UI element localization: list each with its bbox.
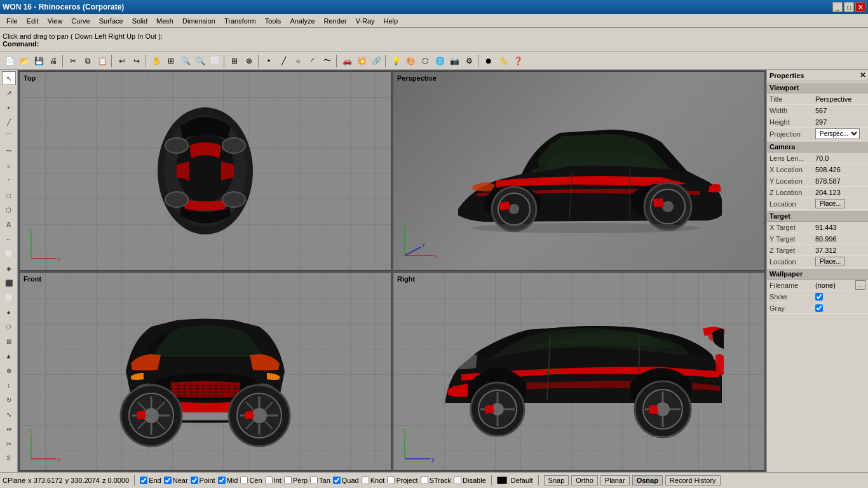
snap-point[interactable]: Point <box>191 477 215 484</box>
tb-help-btn[interactable]: ❓ <box>511 54 525 68</box>
menu-render[interactable]: Render <box>320 16 351 26</box>
snap-tan[interactable]: Tan <box>310 477 330 484</box>
lt-polygon[interactable]: ⬡ <box>2 203 16 217</box>
tb-curve[interactable]: 〜 <box>320 54 334 68</box>
prop-target-place-btn[interactable]: Place... <box>815 257 845 266</box>
tb-line[interactable]: ╱ <box>276 54 290 68</box>
lt-select[interactable]: ↖ <box>2 71 16 85</box>
snap-quad[interactable]: Quad <box>333 477 359 484</box>
prop-show-checkbox[interactable] <box>815 293 823 301</box>
btn-record-history[interactable]: Record History <box>665 475 721 485</box>
lt-nurbs[interactable]: ◈ <box>2 261 16 275</box>
snap-cen[interactable]: Cen <box>240 477 262 484</box>
viewport-perspective[interactable]: Perspective <box>393 71 765 271</box>
tb-render[interactable]: 🎨 <box>403 54 417 68</box>
prop-projection-dropdown[interactable]: Perspec... Parallel <box>815 128 860 139</box>
prop-filename-browse-btn[interactable]: ... <box>855 280 865 290</box>
lt-dimension[interactable]: ↔ <box>2 232 16 246</box>
tb-paste[interactable]: 📋 <box>95 54 109 68</box>
tb-save[interactable]: 💾 <box>32 54 46 68</box>
lt-arc[interactable]: ◜ <box>2 173 16 187</box>
lt-mirror[interactable]: ⇔ <box>2 422 16 436</box>
menu-help[interactable]: Help <box>380 16 402 26</box>
prop-gray-checkbox[interactable] <box>815 304 823 312</box>
tb-arc[interactable]: ◜ <box>306 54 320 68</box>
minimize-btn[interactable]: _ <box>832 2 843 12</box>
snap-mid[interactable]: Mid <box>218 477 238 484</box>
menu-mesh[interactable]: Mesh <box>153 16 177 26</box>
lt-transform[interactable]: ↕ <box>2 378 16 392</box>
lt-surface[interactable]: ⬜ <box>2 247 16 261</box>
btn-snap[interactable]: Snap <box>544 475 569 485</box>
menu-transform[interactable]: Transform <box>220 16 260 26</box>
lt-rotate[interactable]: ↻ <box>2 393 16 407</box>
lt-boolean[interactable]: ⊕ <box>2 363 16 377</box>
tb-light[interactable]: 💡 <box>389 54 403 68</box>
tb-measure[interactable]: 📏 <box>496 54 510 68</box>
lt-polyline[interactable]: ⌒ <box>2 130 16 144</box>
snap-disable[interactable]: Disable <box>454 477 486 484</box>
menu-vray[interactable]: V-Ray <box>352 16 379 26</box>
snap-point-checkbox[interactable] <box>191 477 198 484</box>
tb-join[interactable]: 🔗 <box>369 54 383 68</box>
tb-render2[interactable]: 🌐 <box>433 54 447 68</box>
snap-near-checkbox[interactable] <box>164 477 172 484</box>
tb-car-icon[interactable]: 🚗 <box>340 54 354 68</box>
lt-circle[interactable]: ○ <box>2 159 16 173</box>
lt-line[interactable]: ╱ <box>2 115 16 129</box>
lt-extrude[interactable]: ▲ <box>2 349 16 363</box>
lt-split[interactable]: ⧖ <box>2 451 16 465</box>
menu-tools[interactable]: Tools <box>261 16 285 26</box>
snap-strack[interactable]: STrack <box>421 477 451 484</box>
tb-point[interactable]: • <box>262 54 276 68</box>
snap-knot-checkbox[interactable] <box>362 477 369 484</box>
snap-end[interactable]: End <box>140 477 161 484</box>
menu-solid[interactable]: Solid <box>128 16 151 26</box>
tb-copy[interactable]: ⧉ <box>81 54 95 68</box>
lt-solid[interactable]: ⬛ <box>2 276 16 290</box>
btn-osnap[interactable]: Osnap <box>632 475 663 485</box>
prop-camera-place-btn[interactable]: Place... <box>815 199 845 208</box>
close-btn[interactable]: ✕ <box>855 2 865 12</box>
btn-planar[interactable]: Planar <box>600 475 630 485</box>
tb-explode[interactable]: 💥 <box>355 54 369 68</box>
lt-cylinder[interactable]: ⬭ <box>2 320 16 334</box>
menu-curve[interactable]: Curve <box>67 16 93 26</box>
lt-mesh[interactable]: ⊞ <box>2 334 16 348</box>
btn-ortho[interactable]: Ortho <box>571 475 598 485</box>
tb-snap[interactable]: ⊕ <box>242 54 256 68</box>
tb-zoom-window[interactable]: ⬜ <box>208 54 222 68</box>
cmd-input[interactable]: Command: <box>3 40 865 48</box>
maximize-btn[interactable]: □ <box>844 2 854 12</box>
lt-point[interactable]: • <box>2 100 16 114</box>
snap-cen-checkbox[interactable] <box>240 477 248 484</box>
tb-pan[interactable]: ✋ <box>149 54 163 68</box>
tb-circle[interactable]: ○ <box>291 54 305 68</box>
viewport-front[interactable]: Front <box>19 272 391 471</box>
menu-analyze[interactable]: Analyze <box>286 16 318 26</box>
tb-material[interactable]: ⬡ <box>418 54 432 68</box>
snap-int-checkbox[interactable] <box>265 477 273 484</box>
tb-redo[interactable]: ↪ <box>130 54 144 68</box>
tb-open[interactable]: 📂 <box>17 54 31 68</box>
tb-cut[interactable]: ✂ <box>66 54 80 68</box>
snap-int[interactable]: Int <box>265 477 281 484</box>
snap-near[interactable]: Near <box>164 477 188 484</box>
lt-select2[interactable]: ↗ <box>2 86 16 100</box>
tb-record[interactable]: ⏺ <box>482 54 496 68</box>
viewport-top[interactable]: Top <box>19 71 391 271</box>
snap-mid-checkbox[interactable] <box>218 477 226 484</box>
menu-file[interactable]: File <box>3 16 22 26</box>
tb-options[interactable]: ⚙ <box>462 54 476 68</box>
viewport-right[interactable]: Right <box>393 272 765 471</box>
lt-sphere[interactable]: ● <box>2 305 16 319</box>
tb-zoom-out[interactable]: 🔍 <box>193 54 207 68</box>
tb-new[interactable]: 📄 <box>3 54 17 68</box>
snap-quad-checkbox[interactable] <box>333 477 341 484</box>
tb-zoom-in[interactable]: 🔍 <box>179 54 193 68</box>
snap-disable-checkbox[interactable] <box>454 477 461 484</box>
tb-print[interactable]: 🖨 <box>46 54 60 68</box>
snap-strack-checkbox[interactable] <box>421 477 428 484</box>
lt-box[interactable]: ⬜ <box>2 290 16 304</box>
window-controls[interactable]: _ □ ✕ <box>832 2 865 12</box>
